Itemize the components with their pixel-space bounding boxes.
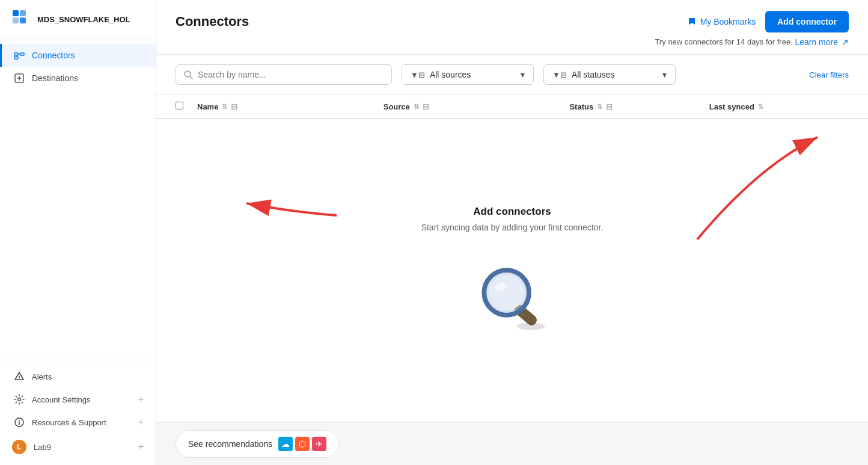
sidebar-item-label-resources: Resources & Support	[32, 418, 106, 427]
sidebar-logo[interactable]: MDS_SNOWFLAKE_HOL	[0, 0, 156, 39]
expand-icon-user: +	[138, 442, 144, 452]
header: Connectors My Bookmarks Add connector Tr…	[156, 0, 868, 55]
sidebar-item-alerts[interactable]: Alerts	[0, 365, 156, 388]
add-connector-button[interactable]: Add connector	[765, 11, 849, 32]
rec-icon-hubspot: ⬡	[295, 437, 310, 451]
sources-chevron-icon: ▾	[521, 70, 525, 79]
rec-icon-salesforce: ☁	[278, 437, 293, 451]
svg-rect-0	[13, 10, 19, 16]
status-sort-icon: ⇅	[597, 103, 602, 111]
search-input[interactable]	[198, 70, 384, 79]
svg-point-11	[19, 378, 20, 380]
main-content: Connectors My Bookmarks Add connector Tr…	[156, 0, 868, 465]
svg-rect-4	[14, 53, 18, 55]
name-group-icon: ⊟	[231, 102, 237, 111]
status-group-icon: ⊟	[606, 102, 613, 111]
svg-point-21	[517, 322, 545, 330]
sidebar-item-account-settings[interactable]: Account Settings +	[0, 388, 156, 411]
sidebar-item-destinations[interactable]: Destinations	[0, 67, 156, 90]
sidebar-item-label-connectors: Connectors	[32, 51, 75, 60]
bookmark-icon	[687, 17, 697, 26]
empty-title: Add connectors	[473, 206, 551, 218]
sidebar-nav: Connectors Destinations	[0, 39, 156, 360]
sidebar-item-label-account-settings: Account Settings	[32, 395, 91, 404]
source-group-icon: ⊟	[423, 102, 429, 111]
resources-icon	[14, 417, 25, 428]
rec-icons: ☁ ⬡ ✈	[278, 437, 326, 451]
expand-icon-resources: +	[138, 417, 144, 428]
sources-filter[interactable]: ▼⊟ All sources ▾	[402, 64, 534, 85]
name-sort-icon: ⇅	[222, 103, 227, 111]
svg-rect-3	[20, 17, 26, 23]
sidebar-item-resources[interactable]: Resources & Support +	[0, 411, 156, 434]
svg-rect-1	[20, 10, 26, 16]
toolbar: ▼⊟ All sources ▾ ▼⊟ All statuses ▾ Clear…	[156, 55, 868, 95]
source-sort-icon: ⇅	[414, 103, 419, 111]
column-header-name[interactable]: Name ⇅ ⊟	[197, 102, 384, 111]
svg-rect-7	[14, 57, 18, 59]
bookmarks-link[interactable]: My Bookmarks	[687, 17, 756, 26]
settings-icon	[14, 394, 25, 405]
org-name: MDS_SNOWFLAKE_HOL	[37, 15, 130, 24]
column-header-status[interactable]: Status ⇅ ⊟	[569, 102, 709, 111]
empty-subtitle: Start syncing data by adding your first …	[421, 223, 604, 232]
header-actions: My Bookmarks Add connector	[687, 11, 849, 32]
user-avatar: L	[12, 440, 26, 454]
sidebar: MDS_SNOWFLAKE_HOL Connectors	[0, 0, 156, 465]
header-top-row: Connectors My Bookmarks Add connector	[156, 0, 868, 37]
expand-icon-account-settings: +	[138, 394, 144, 405]
recommendations-label: See recommendations	[188, 439, 272, 449]
svg-rect-2	[13, 17, 19, 23]
table-header: Name ⇅ ⊟ Source ⇅ ⊟ Status ⇅ ⊟ Last sync…	[156, 95, 868, 119]
main-body: Add connectors Start syncing data by add…	[156, 119, 868, 422]
sidebar-item-user[interactable]: L Lab9 +	[0, 434, 156, 460]
sidebar-item-label-destinations: Destinations	[32, 73, 78, 83]
page-title: Connectors	[176, 14, 249, 29]
recommendations-pill[interactable]: See recommendations ☁ ⬡ ✈	[176, 430, 339, 458]
column-header-source[interactable]: Source ⇅ ⊟	[384, 102, 570, 111]
search-icon	[183, 70, 193, 79]
sidebar-item-label-alerts: Alerts	[32, 372, 52, 381]
statuses-filter-label: All statuses	[572, 70, 658, 79]
empty-state: Add connectors Start syncing data by add…	[156, 119, 868, 422]
connectors-icon	[14, 50, 25, 61]
select-all-checkbox[interactable]	[176, 101, 197, 112]
statuses-chevron-icon: ▾	[662, 70, 667, 79]
header-sub-row: Try new connectors for 14 days for free.…	[156, 37, 868, 54]
search-box[interactable]	[176, 64, 392, 85]
lastsync-sort-icon: ⇅	[758, 103, 763, 111]
statuses-filter-icon: ▼⊟	[552, 70, 567, 79]
user-label: Lab9	[34, 443, 51, 452]
svg-rect-5	[20, 53, 24, 55]
sidebar-item-connectors[interactable]: Connectors	[0, 44, 156, 67]
learn-more-link[interactable]: Learn more ↗	[795, 37, 849, 47]
sources-filter-icon: ▼⊟	[411, 70, 425, 79]
svg-point-12	[18, 398, 21, 401]
svg-line-15	[190, 76, 192, 79]
checkbox-all[interactable]	[176, 102, 183, 109]
destinations-icon	[14, 73, 25, 84]
app-logo-icon	[12, 10, 31, 29]
trial-text: Try new connectors for 14 days for free.	[655, 37, 792, 47]
svg-point-19	[489, 275, 524, 310]
sources-filter-label: All sources	[430, 70, 516, 79]
alerts-icon	[14, 371, 25, 382]
sidebar-bottom: Alerts Account Settings + Resources & Su…	[0, 360, 156, 465]
bottom-bar: See recommendations ☁ ⬡ ✈	[156, 422, 868, 465]
column-header-last-synced[interactable]: Last synced ⇅	[709, 102, 849, 111]
statuses-filter[interactable]: ▼⊟ All statuses ▾	[543, 64, 676, 85]
empty-state-illustration	[464, 251, 560, 336]
rec-icon-campaign: ✈	[312, 437, 326, 451]
clear-filters-button[interactable]: Clear filters	[809, 70, 849, 79]
